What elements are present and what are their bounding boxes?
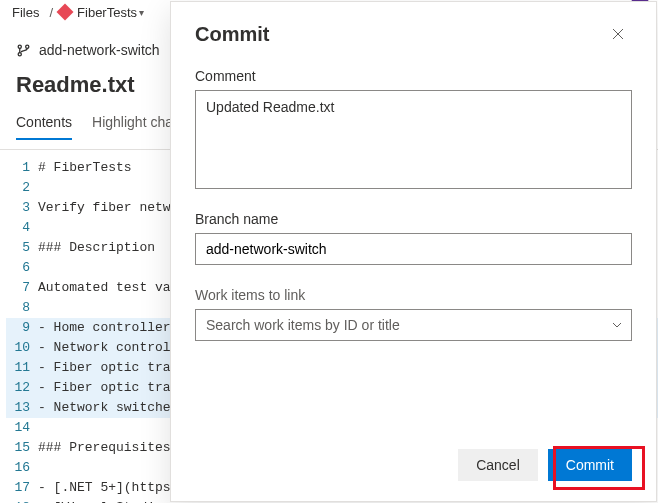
code-text: - Fiber optic tra	[38, 358, 171, 378]
line-number: 18	[6, 498, 38, 503]
line-number: 1	[6, 158, 38, 178]
branch-icon	[16, 43, 31, 58]
line-number: 5	[6, 238, 38, 258]
line-number: 4	[6, 218, 38, 238]
line-number: 13	[6, 398, 38, 418]
code-text: ### Prerequisites	[38, 438, 171, 458]
branch-name: add-network-switch	[39, 42, 160, 58]
branch-name-input[interactable]	[195, 233, 632, 265]
commit-button[interactable]: Commit	[548, 449, 632, 481]
line-number: 17	[6, 478, 38, 498]
line-number: 7	[6, 278, 38, 298]
repo-diamond-icon	[57, 4, 74, 21]
close-button[interactable]	[604, 20, 632, 48]
line-number: 8	[6, 298, 38, 318]
tab-highlight-changes[interactable]: Highlight cha	[92, 114, 173, 140]
work-items-placeholder: Search work items by ID or title	[206, 317, 400, 333]
chevron-down-icon: ▾	[137, 7, 144, 18]
close-icon	[610, 26, 626, 42]
line-number: 3	[6, 198, 38, 218]
breadcrumb-repo[interactable]: FiberTests ▾	[59, 5, 144, 20]
code-text: # FiberTests	[38, 158, 132, 178]
code-text: - [.NET 5+](https	[38, 478, 171, 498]
code-text: - Home controller	[38, 318, 171, 338]
comment-label: Comment	[195, 60, 632, 90]
line-number: 10	[6, 338, 38, 358]
line-number: 14	[6, 418, 38, 438]
breadcrumb-files[interactable]: Files	[8, 5, 43, 20]
branch-name-label: Branch name	[195, 203, 632, 233]
tab-contents[interactable]: Contents	[16, 114, 72, 140]
line-number: 16	[6, 458, 38, 478]
breadcrumb-repo-label: FiberTests	[77, 5, 137, 20]
line-number: 12	[6, 378, 38, 398]
comment-input[interactable]	[195, 90, 632, 189]
line-number: 15	[6, 438, 38, 458]
line-number: 9	[6, 318, 38, 338]
commit-dialog: Commit Comment Branch name Work items to…	[170, 1, 657, 502]
code-text: - [Visual Studio	[38, 498, 171, 503]
dialog-title: Commit	[195, 23, 269, 46]
code-text: - Network control	[38, 338, 171, 358]
code-text: ### Description	[38, 238, 155, 258]
line-number: 11	[6, 358, 38, 378]
code-text: Verify fiber netw	[38, 198, 171, 218]
work-items-combo[interactable]: Search work items by ID or title	[195, 309, 632, 341]
code-text: Automated test va	[38, 278, 171, 298]
chevron-down-icon	[611, 319, 623, 331]
work-items-label: Work items to link	[195, 279, 632, 309]
code-text: - Fiber optic tra	[38, 378, 171, 398]
code-text: - Network switche	[38, 398, 171, 418]
line-number: 6	[6, 258, 38, 278]
cancel-button[interactable]: Cancel	[458, 449, 538, 481]
line-number: 2	[6, 178, 38, 198]
